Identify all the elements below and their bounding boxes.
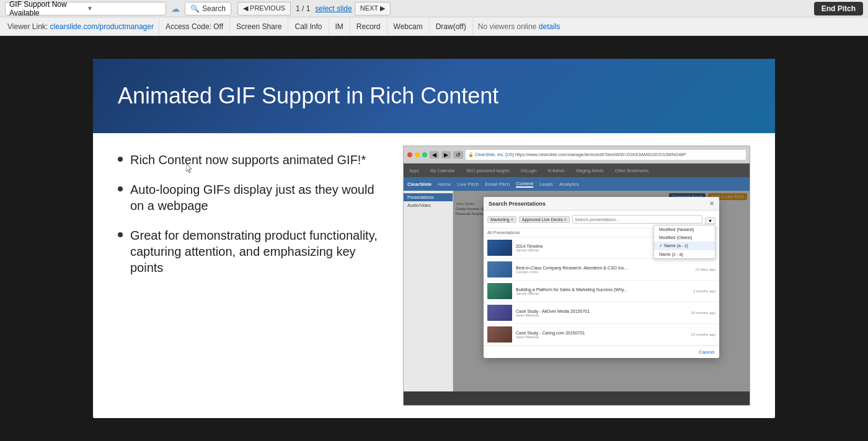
modal-header: Search Presentations ✕: [484, 197, 719, 211]
url-text: 🔒 ClearSlide, Inc. [US]: [468, 152, 514, 157]
main-area: Animated GIF Support in Rich Content Ric…: [0, 36, 868, 441]
url-bar[interactable]: 🔒 ClearSlide, Inc. [US] https://www.clea…: [466, 150, 746, 160]
app-content-area: Compose Email Start a Live Pitch John Sm…: [453, 191, 750, 391]
app-main-content: Presentations Audio/Video Compose Email …: [404, 191, 750, 391]
slide-header: Animated GIF Support in Rich Content: [93, 59, 775, 133]
tag-approved[interactable]: Approved Live Decks ×: [519, 216, 570, 223]
sort-newest[interactable]: Modified (Newest): [654, 225, 715, 234]
bullet-text-2: Auto-looping GIFs display just as they w…: [130, 181, 378, 214]
close-icon: [407, 152, 412, 157]
previous-button[interactable]: ◀ PREVIOUS: [237, 2, 291, 15]
bullet-dot: [118, 186, 123, 191]
search-presentations-input[interactable]: [572, 215, 702, 224]
dropdown-arrow-icon: ▼: [87, 5, 162, 12]
modal-close-icon[interactable]: ✕: [709, 200, 714, 207]
page-current: 1: [296, 4, 300, 13]
preso-info: Building a Platform for Sales & Marketin…: [516, 287, 689, 295]
nav-live-pitch: Live Pitch: [457, 181, 479, 187]
sort-dropdown: Modified (Newest) Modified (Oldest) ✓ Na…: [653, 225, 715, 259]
preso-author: Carolyn Choc: [516, 270, 691, 274]
second-toolbar: Viewer Link: clearslide.com/productmanag…: [0, 17, 868, 36]
thumbnail: [487, 240, 512, 256]
modal-footer: Cancel: [484, 346, 719, 358]
modal-search-row: Marketing × Approved Live Decks × ▼ Modi…: [484, 211, 719, 229]
search-label: Search: [202, 4, 226, 13]
minimize-icon: [415, 152, 420, 157]
url-path: https://www.clearslide.com/manage/decks/…: [515, 152, 686, 157]
details-link[interactable]: details: [539, 22, 560, 31]
tag-marketing[interactable]: Marketing ×: [487, 216, 516, 223]
sidebar-presentations[interactable]: Presentations: [404, 193, 453, 201]
preso-author: Sean Bledsoe: [516, 313, 687, 317]
bullet-dot: [118, 157, 123, 162]
app-sidebar: Presentations Audio/Video: [404, 191, 453, 391]
nav-home: Home: [438, 181, 451, 187]
record-button[interactable]: Record: [350, 18, 388, 35]
list-item[interactable]: Best-in-Class Company Research: Aberdeen…: [484, 259, 719, 281]
bullet-text-1: Rich Content now supports animated GIF!*: [130, 152, 366, 168]
preso-date: 10 months ago: [691, 333, 715, 336]
bookmark-apps: Apps: [406, 167, 422, 174]
end-pitch-button[interactable]: End Pitch: [814, 2, 863, 15]
thumbnail: [487, 305, 512, 321]
presentation-selector[interactable]: GIF Support Now Available ▼: [5, 2, 166, 15]
modal-overlay: Search Presentations ✕ Marketing × Appro…: [453, 191, 750, 391]
preso-info: Case Study - Caring.com 20150701 Sean Bl…: [516, 331, 687, 339]
im-button[interactable]: IM: [329, 18, 350, 35]
refresh-button[interactable]: ↺: [453, 151, 463, 159]
list-item[interactable]: Case Study - Caring.com 20150701 Sean Bl…: [484, 324, 719, 346]
list-item[interactable]: Building a Platform for Sales & Marketin…: [484, 281, 719, 302]
thumbnail: [487, 326, 512, 343]
sidebar-audio-video[interactable]: Audio/Video: [404, 201, 453, 209]
next-button[interactable]: NEXT ▶: [355, 2, 391, 15]
nav-controls: ◀ PREVIOUS 1 / 1 select slide NEXT ▶: [237, 2, 391, 15]
nav-content: Content: [516, 181, 533, 188]
filter-label: All Presentations: [487, 230, 520, 235]
viewer-link-url[interactable]: clearslide.com/productmanager: [50, 22, 154, 31]
sort-name-az[interactable]: ✓ Name (a - z): [654, 242, 715, 250]
sort-oldest[interactable]: Modified (Oldest): [654, 234, 715, 242]
preso-info: Case Study - AllOver Media 20150701 Sean…: [516, 309, 687, 317]
nav-leads: Leads: [539, 181, 553, 187]
search-icon: 🔍: [190, 4, 200, 13]
webcam-button[interactable]: Webcam: [388, 18, 430, 35]
nav-clearslide: ClearSlide: [407, 181, 432, 187]
preso-author: Sean Bledsoe: [516, 335, 687, 339]
preso-date: 3 months ago: [693, 289, 715, 293]
call-info-button[interactable]: Call Info: [288, 18, 329, 35]
access-code-button[interactable]: Access Code: Off: [159, 18, 230, 35]
cancel-button[interactable]: Cancel: [699, 349, 714, 355]
viewer-link-label: Viewer Link: clearslide.com/productmanag…: [7, 22, 154, 31]
sort-name-za[interactable]: Name (z - a): [654, 250, 715, 258]
list-item[interactable]: Case Study - AllOver Media 20150701 Sean…: [484, 302, 719, 324]
slide-left: Rich Content now supports animated GIF!*…: [118, 146, 378, 406]
browser-bar: ◀ ▶ ↺ 🔒 ClearSlide, Inc. [US] https://ww…: [404, 146, 750, 164]
forward-button[interactable]: ▶: [441, 151, 451, 159]
app-nav-bar: ClearSlide Home Live Pitch Email Pitch C…: [404, 177, 750, 191]
preso-title: Best-in-Class Company Research: Aberdeen…: [516, 266, 691, 270]
bullet-list: Rich Content now supports animated GIF!*…: [118, 152, 378, 276]
bullet-dot: [118, 232, 123, 237]
preso-title: Building a Platform for Sales & Marketin…: [516, 287, 689, 292]
list-item: Auto-looping GIFs display just as they w…: [118, 181, 378, 214]
bookmark-unlogin: UnLogin: [518, 167, 540, 174]
select-slide-link[interactable]: select slide: [315, 4, 352, 13]
presentation-name: GIF Support Now Available: [9, 0, 84, 17]
screen-share-button[interactable]: Screen Share: [230, 18, 288, 35]
bookmark-seo: SEO password targets: [463, 167, 513, 174]
sort-button[interactable]: ▼: [705, 217, 715, 224]
bookmark-calendar: My Calendar: [427, 167, 458, 174]
slide-title: Animated GIF Support in Rich Content: [118, 83, 498, 109]
bookmark-staging: Staging Admin: [573, 167, 607, 174]
search-button[interactable]: 🔍 Search: [185, 2, 231, 15]
list-item: Rich Content now supports animated GIF!*: [118, 152, 378, 168]
nav-analytics: Analytics: [559, 181, 579, 187]
page-indicator: 1 / 1: [293, 4, 312, 13]
search-modal: Search Presentations ✕ Marketing × Appro…: [484, 197, 719, 358]
preso-title: Case Study - Caring.com 20150701: [516, 331, 687, 335]
list-item: Great for demonstrating product function…: [118, 227, 378, 276]
back-button[interactable]: ◀: [430, 151, 439, 159]
bookmark-admin: hi Admin: [545, 167, 568, 174]
draw-button[interactable]: Draw(off): [430, 18, 473, 35]
cloud-icon: ☁: [171, 4, 180, 14]
